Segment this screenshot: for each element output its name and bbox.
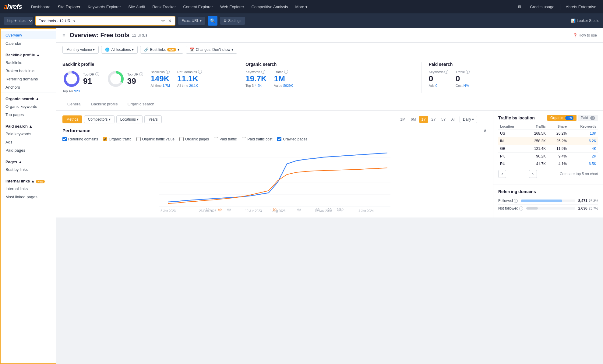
- checkbox-paid-traffic-cost[interactable]: Paid traffic cost: [242, 137, 273, 141]
- tab-organic-search[interactable]: Organic search: [123, 98, 159, 111]
- keywords-cell[interactable]: 4K: [569, 145, 598, 153]
- all-locations-button[interactable]: 🌐 All locations ▾: [101, 46, 137, 54]
- ref-info-icon[interactable]: i: [519, 207, 523, 210]
- sidebar-item-calendar[interactable]: Calendar: [1, 39, 56, 48]
- keywords-cell[interactable]: 2K: [569, 153, 598, 160]
- table-row[interactable]: IN 258.2K 25.2% 6.2K: [498, 137, 598, 145]
- sidebar-item-top-pages[interactable]: Top pages: [1, 111, 56, 119]
- looker-studio-button[interactable]: 📊 Looker Studio: [571, 19, 599, 23]
- period-1m[interactable]: 1M: [398, 116, 408, 123]
- ref-domains-info-icon[interactable]: i: [198, 70, 202, 74]
- nav-site-explorer[interactable]: Site Explorer: [55, 3, 83, 11]
- table-row[interactable]: RU 41.7K 4.1% 6.5K: [498, 160, 598, 168]
- nav-content-explorer[interactable]: Content Explorer: [180, 3, 216, 11]
- keywords-cell[interactable]: 6.5K: [569, 160, 598, 168]
- monthly-volume-button[interactable]: Monthly volume ▾: [62, 46, 99, 54]
- keywords-cell[interactable]: 6.2K: [569, 137, 598, 145]
- checkbox-paid-traffic[interactable]: Paid traffic: [214, 137, 237, 141]
- period-5y[interactable]: 5Y: [439, 116, 448, 123]
- checkbox-organic-traffic-input[interactable]: [103, 137, 107, 141]
- sidebar-item-overview[interactable]: Overview: [1, 31, 56, 39]
- sidebar-item-backlinks[interactable]: Backlinks: [1, 58, 56, 67]
- period-all[interactable]: All: [449, 116, 458, 123]
- edit-icon[interactable]: ✏: [161, 18, 166, 24]
- checkbox-referring-domains-input[interactable]: [62, 137, 67, 141]
- ref-info-icon[interactable]: i: [514, 199, 518, 203]
- checkbox-crawled-pages-input[interactable]: [277, 137, 281, 141]
- tab-backlink-profile[interactable]: Backlink profile: [86, 98, 122, 111]
- plan-button[interactable]: Ahrefs Enterprise: [563, 3, 599, 11]
- locations-button[interactable]: Locations ▾: [116, 115, 143, 123]
- best-links-button[interactable]: 🔗 Best links New ▾: [140, 46, 183, 54]
- paid-traffic-info-icon[interactable]: i: [466, 70, 470, 74]
- more-options-button[interactable]: ⋮: [479, 116, 487, 123]
- changes-button[interactable]: 📅 Changes: Don't show ▾: [186, 46, 237, 54]
- checkbox-organic-pages-input[interactable]: [179, 137, 184, 141]
- ref-bar: [518, 200, 578, 202]
- checkbox-paid-traffic-input[interactable]: [214, 137, 218, 141]
- table-row[interactable]: GB 121.4K 11.9% 4K: [498, 145, 598, 153]
- checkbox-organic-traffic[interactable]: Organic traffic: [103, 137, 131, 141]
- nav-dashboard[interactable]: Dashboard: [28, 3, 54, 11]
- nav-rank-tracker[interactable]: Rank Tracker: [149, 3, 179, 11]
- ref-value: 2,636: [578, 206, 587, 210]
- sidebar-item-most-linked-pages[interactable]: Most linked pages: [1, 193, 56, 201]
- svg-text:a: a: [219, 208, 221, 211]
- kw-info-icon[interactable]: i: [261, 70, 265, 74]
- paid-toggle-button[interactable]: Paid 0: [578, 115, 598, 121]
- hamburger-icon[interactable]: ≡: [62, 33, 65, 38]
- daily-button[interactable]: Daily ▾: [460, 116, 477, 123]
- prev-arrow[interactable]: ‹: [498, 170, 506, 178]
- collapse-button[interactable]: ∧: [483, 128, 487, 133]
- nav-site-audit[interactable]: Site Audit: [125, 3, 148, 11]
- period-2y[interactable]: 2Y: [429, 116, 438, 123]
- table-row[interactable]: US 268.5K 26.2% 13K: [498, 130, 598, 137]
- exact-url-button[interactable]: Exact URL ▾: [178, 17, 205, 25]
- checkbox-referring-domains[interactable]: Referring domains: [62, 137, 98, 141]
- sidebar-item-organic-keywords[interactable]: Organic keywords: [1, 102, 56, 111]
- sidebar-item-paid-keywords[interactable]: Paid keywords: [1, 130, 56, 138]
- keywords-cell[interactable]: 13K: [569, 130, 598, 137]
- sidebar-item-internal-links[interactable]: Internal links: [1, 185, 56, 193]
- sidebar-item-broken-backlinks[interactable]: Broken backlinks: [1, 67, 56, 75]
- paid-kw-info-icon[interactable]: i: [444, 70, 448, 74]
- competitors-button[interactable]: Competitors ▾: [84, 115, 115, 123]
- checkbox-organic-traffic-value-input[interactable]: [136, 137, 141, 141]
- sidebar-item-paid-pages[interactable]: Paid pages: [1, 146, 56, 154]
- sidebar-item-anchors[interactable]: Anchors: [1, 83, 56, 91]
- search-button[interactable]: 🔍: [208, 16, 217, 26]
- checkbox-organic-traffic-value[interactable]: Organic traffic value: [136, 137, 175, 141]
- nav-competitive-analysis[interactable]: Competitive Analysis: [249, 3, 291, 11]
- how-to-use-button[interactable]: ❓ How to use: [573, 33, 597, 37]
- checkbox-organic-pages[interactable]: Organic pages: [179, 137, 209, 141]
- metrics-button[interactable]: Metrics: [62, 115, 82, 123]
- ur-info-icon[interactable]: i: [139, 72, 143, 76]
- nav-web-explorer[interactable]: Web Explorer: [217, 3, 247, 11]
- table-row[interactable]: PK 96.2K 9.4% 2K: [498, 153, 598, 160]
- period-1y[interactable]: 1Y: [419, 116, 428, 123]
- sidebar-item-best-by-links[interactable]: Best by links: [1, 165, 56, 174]
- nav-divider: [560, 4, 560, 10]
- nav-keywords-explorer[interactable]: Keywords Explorer: [85, 3, 124, 11]
- url-input[interactable]: [38, 19, 159, 23]
- sidebar-item-referring-domains[interactable]: Referring domains: [1, 75, 56, 83]
- next-arrow[interactable]: ›: [529, 170, 537, 178]
- organic-toggle-button[interactable]: Organic 169: [547, 115, 577, 121]
- years-button[interactable]: Years: [144, 115, 161, 123]
- dr-info-icon[interactable]: i: [95, 72, 99, 76]
- referring-domains-section: Referring domains Followed i 8,471 76.3%…: [493, 185, 603, 216]
- backlinks-info-icon[interactable]: i: [166, 70, 170, 74]
- sidebar-divider-4: [1, 156, 56, 156]
- checkbox-crawled-pages[interactable]: Crawled pages: [277, 137, 307, 141]
- svg-text:G: G: [228, 208, 230, 211]
- sidebar-item-ads[interactable]: Ads: [1, 138, 56, 146]
- settings-button[interactable]: ⚙ Settings: [220, 17, 245, 25]
- traffic-info-icon[interactable]: i: [284, 70, 288, 74]
- checkbox-paid-traffic-cost-input[interactable]: [242, 137, 246, 141]
- credits-usage-button[interactable]: Credits usage: [527, 3, 557, 11]
- period-6m[interactable]: 6M: [408, 116, 418, 123]
- nav-more[interactable]: More ▾: [292, 3, 310, 11]
- close-icon[interactable]: ✕: [168, 18, 172, 24]
- protocol-select[interactable]: http + https: [4, 17, 33, 25]
- tab-general[interactable]: General: [62, 98, 86, 111]
